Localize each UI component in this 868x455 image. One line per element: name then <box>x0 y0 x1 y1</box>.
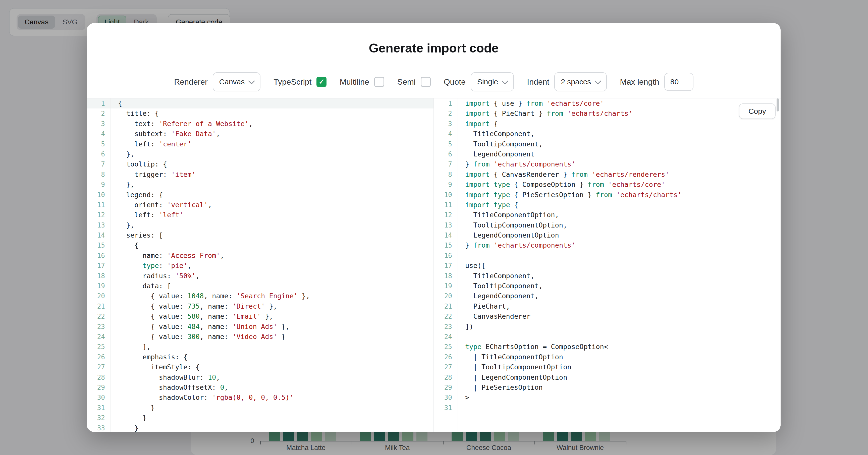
code-line[interactable]: shadowColor: 'rgba(0, 0, 0, 0.5)' <box>111 392 434 402</box>
code-line[interactable]: TooltipComponent, <box>458 139 781 149</box>
code-line[interactable]: LegendComponentOption <box>458 230 781 240</box>
line-number: 23 <box>434 322 458 332</box>
code-line[interactable]: data: [ <box>111 281 434 291</box>
code-line[interactable]: TooltipComponentOption, <box>458 220 781 230</box>
code-line[interactable]: > <box>458 392 781 402</box>
line-number: 27 <box>87 362 111 372</box>
code-line[interactable]: import type { ComposeOption } from 'echa… <box>458 180 781 190</box>
line-number: 20 <box>434 291 458 301</box>
code-line[interactable]: { value: 484, name: 'Union Ads' }, <box>111 322 434 332</box>
line-number: 6 <box>87 149 111 159</box>
code-line[interactable]: emphasis: { <box>111 352 434 362</box>
code-line[interactable]: { <box>111 240 434 250</box>
line-number: 13 <box>87 220 111 230</box>
line-number: 10 <box>434 190 458 200</box>
line-number: 26 <box>87 352 111 362</box>
renderer-select[interactable]: Canvas <box>213 72 261 91</box>
code-line[interactable]: text: 'Referer of a Website', <box>111 119 434 129</box>
code-line[interactable]: { value: 300, name: 'Video Ads' } <box>111 332 434 342</box>
code-line[interactable]: }, <box>111 149 434 159</box>
code-line[interactable]: import { <box>458 119 781 129</box>
code-line[interactable]: legend: { <box>111 190 434 200</box>
code-line[interactable]: CanvasRenderer <box>458 312 781 321</box>
code-line[interactable]: use([ <box>458 261 781 271</box>
code-line[interactable]: tooltip: { <box>111 159 434 169</box>
code-line[interactable]: import { PieChart } from 'echarts/charts… <box>458 108 781 119</box>
code-line[interactable]: } from 'echarts/components' <box>458 240 781 250</box>
code-line[interactable] <box>458 332 781 342</box>
indent-select[interactable]: 2 spaces <box>554 72 607 91</box>
code-line[interactable]: TitleComponentOption, <box>458 210 781 220</box>
modal-scrollbar-thumb[interactable] <box>777 98 779 111</box>
code-line[interactable]: }, <box>111 180 434 190</box>
code-column: import { use } from 'echarts/core'import… <box>458 98 781 432</box>
code-line[interactable]: ]) <box>458 322 781 332</box>
semi-group: Semi ✓ <box>397 77 431 87</box>
code-column: { title: { text: 'Referer of a Website',… <box>111 98 434 432</box>
code-line[interactable]: { value: 580, name: 'Email' }, <box>111 312 434 321</box>
typescript-group: TypeScript ✓ <box>274 77 327 87</box>
typescript-checkbox[interactable]: ✓ <box>316 77 327 87</box>
code-line[interactable]: name: 'Access From', <box>111 251 434 261</box>
code-line[interactable]: import { CanvasRenderer } from 'echarts/… <box>458 169 781 180</box>
code-line[interactable]: itemStyle: { <box>111 362 434 372</box>
code-line[interactable]: { <box>111 98 434 108</box>
code-line[interactable]: TitleComponent, <box>458 129 781 139</box>
code-line[interactable]: TitleComponent, <box>458 271 781 281</box>
code-line[interactable]: LegendComponent, <box>458 291 781 301</box>
import-code-editor[interactable]: 1234567891011121314151617181920212223242… <box>434 98 781 432</box>
copy-button[interactable]: Copy <box>739 103 776 119</box>
code-line[interactable]: | LegendComponentOption <box>458 372 781 383</box>
code-line[interactable]: }, <box>111 220 434 230</box>
code-line[interactable]: } <box>111 413 434 423</box>
code-line[interactable]: } <box>111 423 434 432</box>
code-line[interactable]: { value: 735, name: 'Direct' }, <box>111 301 434 312</box>
line-number: 3 <box>434 119 458 129</box>
code-line[interactable]: LegendComponent <box>458 149 781 159</box>
code-line[interactable]: type EChartsOption = ComposeOption< <box>458 342 781 352</box>
code-line[interactable]: TooltipComponent, <box>458 281 781 291</box>
code-line[interactable]: orient: 'vertical', <box>111 200 434 210</box>
code-line[interactable]: left: 'center' <box>111 139 434 149</box>
line-number: 13 <box>434 220 458 230</box>
code-line[interactable]: type: 'pie', <box>111 261 434 271</box>
app-root: Canvas SVG Light Dark Generate code 0 Ma… <box>0 0 868 455</box>
code-line[interactable]: subtext: 'Fake Data', <box>111 129 434 139</box>
line-number-gutter: 1234567891011121314151617181920212223242… <box>434 98 458 432</box>
line-number: 17 <box>87 261 111 271</box>
code-line[interactable]: | TitleComponentOption <box>458 352 781 362</box>
code-line[interactable]: left: 'left' <box>111 210 434 220</box>
line-number: 11 <box>434 200 458 210</box>
code-line[interactable]: import type { PieSeriesOption } from 'ec… <box>458 190 781 200</box>
code-line[interactable]: } from 'echarts/components' <box>458 159 781 169</box>
line-number: 9 <box>87 180 111 190</box>
code-line[interactable]: shadowBlur: 10, <box>111 372 434 383</box>
line-number: 22 <box>87 312 111 321</box>
code-line[interactable]: shadowOffsetX: 0, <box>111 383 434 392</box>
multiline-checkbox[interactable]: ✓ <box>374 77 384 87</box>
line-number: 16 <box>87 251 111 261</box>
code-line[interactable]: | PieSeriesOption <box>458 383 781 392</box>
code-line[interactable]: { value: 1048, name: 'Search Engine' }, <box>111 291 434 301</box>
code-line[interactable]: radius: '50%', <box>111 271 434 281</box>
code-line[interactable]: title: { <box>111 108 434 119</box>
code-line[interactable]: series: [ <box>111 230 434 240</box>
code-line[interactable] <box>458 403 781 413</box>
code-line[interactable]: import type { <box>458 200 781 210</box>
code-line[interactable]: PieChart, <box>458 301 781 312</box>
line-number: 7 <box>434 159 458 169</box>
line-number: 29 <box>87 383 111 392</box>
line-number: 26 <box>434 352 458 362</box>
quote-select[interactable]: Single <box>471 72 514 91</box>
code-line[interactable]: | TooltipComponentOption <box>458 362 781 372</box>
semi-checkbox[interactable]: ✓ <box>421 77 431 87</box>
code-line[interactable]: ], <box>111 342 434 352</box>
code-line[interactable]: } <box>111 403 434 413</box>
code-line[interactable]: import { use } from 'echarts/core' <box>458 98 781 108</box>
option-code-editor[interactable]: 1234567891011121314151617181920212223242… <box>87 98 434 432</box>
max-length-input[interactable] <box>664 73 693 91</box>
line-number: 14 <box>87 230 111 240</box>
code-line[interactable] <box>458 251 781 261</box>
line-number: 12 <box>434 210 458 220</box>
code-line[interactable]: trigger: 'item' <box>111 169 434 180</box>
